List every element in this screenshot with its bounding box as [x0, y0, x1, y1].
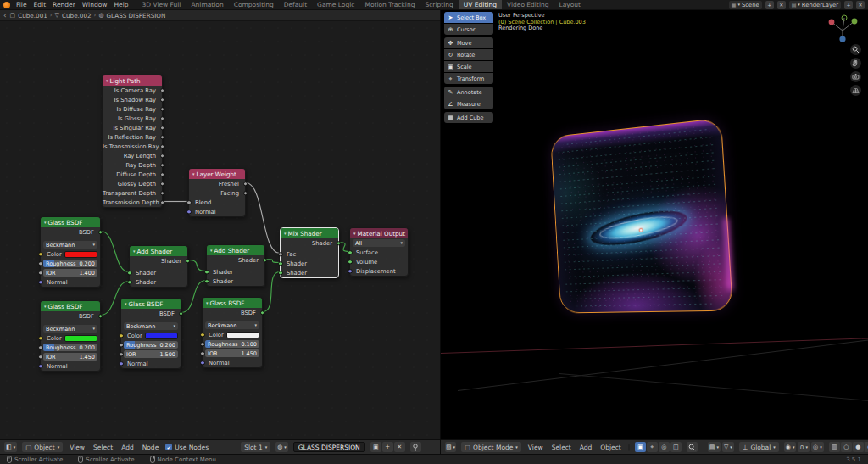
node-mix[interactable]: ▾Mix ShaderShaderFacShaderShader — [280, 227, 339, 278]
scene-name[interactable]: Scene — [742, 2, 760, 8]
socket-is-glossy-ray[interactable] — [160, 116, 165, 121]
socket-shader[interactable] — [337, 241, 342, 246]
node-add1[interactable]: ▾Add ShaderShaderShaderShader — [129, 245, 188, 288]
collapse-icon[interactable]: ▾ — [210, 249, 213, 253]
menu-add[interactable]: Add — [578, 444, 594, 451]
material-slot-selector[interactable]: Slot 1 ▾ — [241, 442, 270, 452]
proportional-editing-icon[interactable]: ◎▾ — [811, 442, 824, 452]
tool-measure[interactable]: ∠Measure — [444, 98, 493, 109]
socket-normal[interactable] — [186, 210, 192, 215]
node-canvas[interactable]: ▾Light PathIs Camera RayIs Shadow RayIs … — [0, 21, 440, 439]
socket-ior[interactable] — [38, 355, 43, 360]
node-add2[interactable]: ▾Add ShaderShaderShaderShader — [206, 244, 265, 287]
color-swatch[interactable] — [64, 335, 97, 342]
view-layers-icon[interactable]: ▤▾ — [708, 442, 721, 452]
editor-type-button[interactable]: ◧ ▾ — [4, 442, 17, 452]
tab-uv-editing[interactable]: UV Editing — [459, 0, 502, 9]
camera-button[interactable] — [850, 71, 861, 82]
collapse-icon[interactable]: ▾ — [192, 172, 195, 176]
dropdown-beckmann[interactable]: Beckmann▾ — [205, 321, 259, 329]
socket-shader[interactable] — [127, 271, 132, 276]
socket-shader[interactable] — [263, 258, 268, 263]
axis-x-handle[interactable] — [829, 20, 835, 25]
tool-cursor[interactable]: ⊕Cursor — [444, 24, 493, 35]
collapse-icon[interactable]: ▾ — [133, 249, 136, 254]
menu-object[interactable]: Object — [598, 444, 622, 451]
socket-ray-length[interactable] — [160, 154, 165, 159]
delete-render-layer-button[interactable]: ✕ — [856, 1, 865, 9]
pivot-point-icon[interactable]: ◉▾ — [784, 442, 797, 452]
visibility-toggle-icon[interactable]: ▣ — [635, 442, 646, 452]
toggle-xray-icon[interactable]: ▥ — [829, 442, 840, 452]
menu-view[interactable]: View — [526, 444, 545, 451]
socket-normal[interactable] — [200, 361, 205, 366]
socket-shader[interactable] — [204, 279, 209, 284]
snap-magnet-icon[interactable]: ∩▾ — [798, 442, 810, 452]
socket-ior[interactable] — [38, 271, 43, 276]
node-header[interactable]: ▾Layer Weight — [189, 169, 245, 179]
tab-layout[interactable]: Layout — [554, 0, 587, 9]
perspective-button[interactable] — [850, 85, 861, 96]
node-glass4[interactable]: ▾Glass BSDFBSDFBeckmann▾ColorRoughness0.… — [202, 297, 263, 368]
socket-is-singular-ray[interactable] — [160, 126, 165, 131]
node-header[interactable]: ▾Light Path — [103, 75, 162, 86]
axis-y-handle[interactable] — [852, 19, 858, 25]
menu-node[interactable]: Node — [141, 444, 161, 451]
blender-logo-icon[interactable] — [3, 2, 10, 8]
socket-fac[interactable] — [278, 252, 283, 257]
ior-field[interactable]: IOR1.450 — [43, 353, 97, 361]
node-material-output[interactable]: ▾Material OutputAll▾SurfaceVolumeDisplac… — [349, 227, 409, 277]
socket-is-reflection-ray[interactable] — [160, 135, 165, 140]
collapse-icon[interactable]: ▾ — [106, 79, 108, 83]
socket-shader[interactable] — [278, 271, 283, 276]
collapse-icon[interactable]: ▾ — [44, 305, 47, 309]
socket-ior[interactable] — [119, 352, 124, 357]
search-button[interactable] — [687, 442, 698, 452]
collapse-icon[interactable]: ▾ — [125, 302, 127, 306]
render-layer-selector[interactable]: ▤ ▾ RenderLayer — [789, 1, 841, 9]
shader-type-selector[interactable]: ▢ Object ▾ — [22, 442, 63, 452]
pan-button[interactable] — [850, 58, 861, 69]
tab-game-logic[interactable]: Game Logic — [312, 0, 359, 9]
menu-window[interactable]: Window — [79, 0, 111, 9]
breadcrumb-item[interactable]: Cube.001 — [18, 12, 47, 20]
socket-diffuse-depth[interactable] — [160, 172, 165, 177]
use-nodes-toggle[interactable]: ✔ Use Nodes — [165, 444, 209, 451]
breadcrumb-material[interactable]: GLASS DISPERSION — [106, 12, 165, 20]
pin-button[interactable] — [410, 442, 421, 452]
node-header[interactable]: ▾Mix Shader — [281, 228, 338, 238]
material-name-field[interactable]: GLASS DISPERSION — [293, 442, 365, 452]
roughness-field[interactable]: Roughness0.100 — [205, 340, 259, 348]
socket-is-camera-ray[interactable] — [160, 88, 165, 93]
node-header[interactable]: ▾Glass BSDF — [203, 298, 262, 308]
socket-fresnel[interactable] — [243, 182, 248, 187]
socket-shader[interactable] — [204, 270, 209, 275]
socket-glossy-depth[interactable] — [160, 182, 165, 187]
mode-selector[interactable]: ▢ Object Mode ▾ — [461, 442, 521, 452]
socket-roughness[interactable] — [38, 261, 43, 266]
dropdown-beckmann[interactable]: Beckmann▾ — [43, 325, 97, 333]
browse-material-button[interactable]: ◍ ▾ — [275, 442, 288, 452]
filter-icon[interactable]: ▽▾ — [722, 442, 734, 452]
socket-displacement[interactable] — [348, 269, 353, 274]
socket-roughness[interactable] — [200, 342, 205, 347]
node-layer-weight[interactable]: ▾Layer WeightFresnelFacingBlendNormal — [188, 168, 246, 217]
menu-render[interactable]: Render — [49, 0, 79, 9]
tab-3d-view-full[interactable]: 3D View Full — [136, 0, 186, 9]
color-swatch[interactable] — [226, 332, 259, 338]
navigation-gizmo[interactable] — [824, 14, 861, 44]
new-render-layer-button[interactable]: + — [844, 1, 853, 9]
socket-ior[interactable] — [200, 351, 205, 356]
socket-transparent-depth[interactable] — [160, 191, 165, 196]
roughness-field[interactable]: Roughness0.200 — [43, 260, 97, 267]
socket-is-diffuse-ray[interactable] — [160, 107, 165, 112]
socket-is-transmission-ray[interactable] — [160, 144, 165, 149]
tool-annotate[interactable]: ✎Annotate — [444, 87, 493, 98]
tab-motion-tracking[interactable]: Motion Tracking — [359, 0, 420, 9]
tab-compositing[interactable]: Compositing — [229, 0, 279, 9]
transform-orientation-selector[interactable]: ⊥ Global ▾ — [739, 442, 779, 452]
socket-color[interactable] — [38, 252, 43, 257]
menu-add[interactable]: Add — [120, 444, 136, 451]
node-glass2[interactable]: ▾Glass BSDFBSDFBeckmann▾ColorRoughness0.… — [40, 300, 101, 372]
socket-shader[interactable] — [127, 280, 132, 285]
